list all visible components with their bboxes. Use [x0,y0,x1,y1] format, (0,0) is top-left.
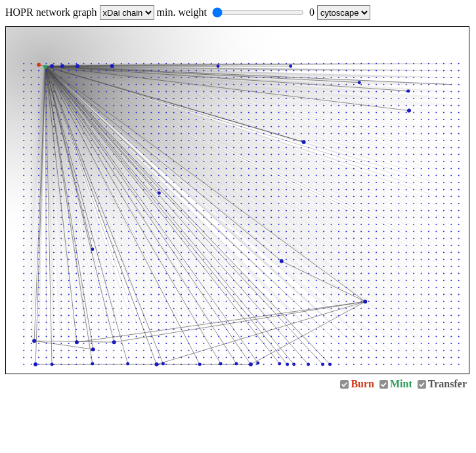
svg-point-2906 [443,217,444,218]
svg-point-3728 [413,314,414,316]
svg-point-3554 [435,293,437,295]
svg-point-3777 [338,322,339,323]
svg-point-2266 [68,147,70,148]
svg-point-2294 [278,147,280,148]
svg-point-2257 [443,140,444,141]
svg-point-3454 [128,287,129,288]
svg-point-3206 [38,259,39,260]
svg-point-2252 [406,140,407,141]
svg-point-2101 [158,126,160,127]
svg-point-3284 [181,266,182,267]
svg-point-3331 [91,272,92,274]
svg-point-2903 [421,217,422,218]
svg-point-1686 [143,77,144,78]
svg-point-3652 [286,308,287,309]
svg-point-3605 [376,301,377,302]
svg-point-1579 [226,63,227,64]
svg-point-3326 [53,272,54,274]
svg-point-1592 [323,63,324,64]
svg-point-3482 [338,287,339,288]
svg-point-3417 [293,280,294,281]
graph-canvas[interactable] [5,26,469,374]
svg-point-3831 [301,329,302,330]
svg-point-2031 [76,119,77,120]
svg-point-2010 [360,112,362,113]
svg-point-2237 [293,140,294,141]
svg-point-2508 [113,175,114,176]
svg-point-3956 [353,343,355,344]
svg-point-3681 [60,314,62,316]
svg-point-3798 [53,329,54,330]
svg-point-3566 [83,301,85,302]
svg-point-1635 [203,70,204,71]
svg-point-1947 [331,105,332,106]
svg-point-2421 [345,161,347,162]
svg-point-3759 [203,322,204,323]
legend-transfer[interactable]: Transfer [418,378,467,390]
svg-point-3153 [83,252,85,253]
svg-point-2409 [255,161,257,162]
svg-point-2732 [23,203,24,204]
svg-point-2276 [143,147,144,148]
svg-point-2881 [255,217,257,218]
svg-point-2090 [76,126,77,127]
svg-point-4165 [75,340,79,344]
svg-point-3484 [353,287,355,288]
svg-point-2871 [181,217,182,218]
svg-point-3390 [91,280,92,281]
svg-point-3226 [188,259,189,260]
svg-point-3213 [91,259,92,260]
svg-point-1811 [196,91,197,92]
svg-point-1949 [345,105,347,106]
svg-point-3715 [316,314,317,316]
svg-point-2131 [383,126,384,127]
svg-point-1703 [270,77,272,78]
svg-point-4019 [383,350,384,351]
svg-point-3012 [353,231,355,232]
svg-point-3383 [38,280,39,281]
svg-point-1588 [293,63,294,64]
engine-select[interactable]: cytoscape [317,5,370,20]
svg-point-3478 [308,287,309,288]
svg-point-1955 [391,105,392,106]
legend-mint[interactable]: Mint [379,378,412,390]
svg-point-3888 [286,335,287,337]
chain-select[interactable]: xDai chain [100,5,154,20]
svg-point-3146 [31,252,32,253]
svg-point-2382 [53,161,54,162]
svg-point-2671 [450,189,452,190]
svg-point-3218 [128,259,129,260]
min-weight-slider[interactable] [212,7,304,18]
svg-point-1763 [278,84,280,85]
svg-point-3136 [398,245,399,246]
svg-point-2341 [188,154,189,155]
svg-point-3081 [428,238,429,239]
svg-point-3188 [345,252,347,253]
svg-point-4147 [458,364,460,365]
svg-point-1747 [158,84,160,85]
svg-point-3769 [278,322,280,323]
svg-point-2215 [128,140,129,141]
svg-point-3450 [98,287,100,288]
svg-point-1634 [196,70,197,71]
svg-point-1788 [23,91,24,92]
svg-point-1771 [338,84,339,85]
svg-point-2862 [113,217,114,218]
svg-point-3196 [406,252,407,253]
svg-point-1802 [128,91,129,92]
svg-point-3426 [360,280,362,281]
svg-point-3059 [263,238,265,239]
svg-point-1653 [338,70,339,71]
svg-point-2646 [263,189,265,190]
svg-point-3746 [106,322,107,323]
svg-point-2946 [301,224,302,225]
legend-burn[interactable]: Burn [340,378,374,390]
svg-point-4101 [113,364,114,365]
svg-point-2751 [165,203,167,204]
svg-point-1938 [263,105,265,106]
svg-point-3105 [165,245,167,246]
svg-point-3481 [331,287,332,288]
svg-point-3172 [226,252,227,253]
svg-point-3090 [53,245,54,246]
svg-point-1609 [450,63,452,64]
